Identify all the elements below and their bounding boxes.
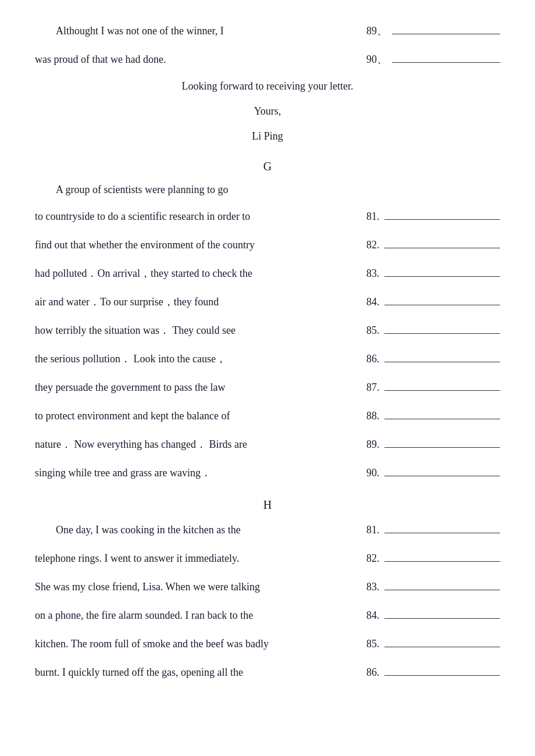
h-line-82-text: telephone rings. I went to answer it imm… bbox=[35, 551, 337, 566]
g-answer-line-82 bbox=[384, 248, 501, 248]
h-num-81: 81. bbox=[366, 522, 380, 538]
g-num-83: 83. bbox=[366, 266, 380, 281]
line-89: Althought I was not one of the winner, I… bbox=[35, 23, 500, 39]
h-line-86-text: burnt. I quickly turned off the gas, ope… bbox=[35, 665, 337, 680]
h-answer-line-84 bbox=[384, 618, 501, 619]
g-line-84: air and water．To our surprise，they found… bbox=[35, 294, 500, 310]
g-answer-84: 84. bbox=[366, 294, 500, 310]
h-num-85: 85. bbox=[366, 636, 380, 652]
g-answer-83: 83. bbox=[366, 266, 500, 281]
g-line-82: find out that whether the environment of… bbox=[35, 237, 500, 253]
h-line-83: She was my close friend, Lisa. When we w… bbox=[35, 579, 500, 595]
answer-line-89 bbox=[392, 34, 500, 34]
g-line-88: to protect environment and kept the bala… bbox=[35, 408, 500, 424]
h-answer-line-82 bbox=[384, 561, 501, 562]
g-answer-line-86 bbox=[384, 362, 501, 362]
g-line-81-text: to countryside to do a scientific resear… bbox=[35, 209, 337, 224]
page: Althought I was not one of the winner, I… bbox=[35, 23, 500, 680]
g-num-89: 89. bbox=[366, 437, 380, 452]
g-num-84: 84. bbox=[366, 294, 380, 310]
num-90: 90、 bbox=[366, 52, 387, 67]
h-answer-line-83 bbox=[384, 590, 501, 590]
h-answer-82: 82. bbox=[366, 551, 500, 566]
h-line-86: burnt. I quickly turned off the gas, ope… bbox=[35, 665, 500, 680]
name-line: Li Ping bbox=[35, 130, 500, 142]
g-line-85-text: how terribly the situation was． They cou… bbox=[35, 323, 337, 338]
section-g-intro: A group of scientists were planning to g… bbox=[35, 184, 500, 196]
line-90: was proud of that we had done. 90、 bbox=[35, 52, 500, 67]
h-num-82: 82. bbox=[366, 551, 380, 566]
h-line-84-text: on a phone, the fire alarm sounded. I ra… bbox=[35, 608, 337, 623]
g-answer-line-81 bbox=[384, 219, 501, 220]
h-line-83-text: She was my close friend, Lisa. When we w… bbox=[35, 579, 337, 595]
g-line-90-text: singing while tree and grass are waving． bbox=[35, 465, 337, 481]
g-line-82-text: find out that whether the environment of… bbox=[35, 237, 337, 253]
g-line-81: to countryside to do a scientific resear… bbox=[35, 209, 500, 224]
g-line-84-text: air and water．To our surprise，they found bbox=[35, 294, 337, 310]
h-num-83: 83. bbox=[366, 579, 380, 595]
g-answer-line-87 bbox=[384, 390, 501, 391]
g-line-89-text: nature． Now everything has changed． Bird… bbox=[35, 437, 337, 452]
h-line-82: telephone rings. I went to answer it imm… bbox=[35, 551, 500, 566]
g-answer-88: 88. bbox=[366, 408, 500, 424]
name-text: Li Ping bbox=[252, 130, 283, 142]
looking-forward-text: Looking forward to receiving your letter… bbox=[182, 80, 354, 92]
yours-line: Yours, bbox=[35, 105, 500, 117]
g-answer-89: 89. bbox=[366, 437, 500, 452]
g-answer-90: 90. bbox=[366, 465, 500, 481]
h-line-84: on a phone, the fire alarm sounded. I ra… bbox=[35, 608, 500, 623]
g-answer-81: 81. bbox=[366, 209, 500, 224]
g-num-87: 87. bbox=[366, 380, 380, 395]
h-answer-83: 83. bbox=[366, 579, 500, 595]
h-line-85-text: kitchen. The room full of smoke and the … bbox=[35, 636, 337, 652]
g-line-89: nature． Now everything has changed． Bird… bbox=[35, 437, 500, 452]
answer-line-90 bbox=[392, 62, 500, 63]
g-answer-86: 86. bbox=[366, 351, 500, 367]
looking-forward: Looking forward to receiving your letter… bbox=[35, 80, 500, 92]
g-answer-87: 87. bbox=[366, 380, 500, 395]
g-answer-line-85 bbox=[384, 333, 501, 334]
g-num-90: 90. bbox=[366, 465, 380, 481]
g-line-90: singing while tree and grass are waving．… bbox=[35, 465, 500, 481]
h-line-81: One day, I was cooking in the kitchen as… bbox=[35, 522, 500, 538]
yours-text: Yours, bbox=[254, 105, 281, 117]
answer-90: 90、 bbox=[366, 52, 500, 67]
h-answer-line-85 bbox=[384, 647, 501, 647]
g-answer-82: 82. bbox=[366, 237, 500, 253]
g-line-83-text: had polluted．On arrival，they started to … bbox=[35, 266, 337, 281]
h-answer-86: 86. bbox=[366, 665, 500, 680]
g-answer-line-89 bbox=[384, 447, 501, 448]
g-line-87: they persuade the government to pass the… bbox=[35, 380, 500, 395]
g-num-85: 85. bbox=[366, 323, 380, 338]
h-answer-line-81 bbox=[384, 533, 501, 533]
g-num-86: 86. bbox=[366, 351, 380, 367]
num-89: 89、 bbox=[366, 23, 387, 39]
section-h-label: H bbox=[35, 498, 500, 512]
g-num-81: 81. bbox=[366, 209, 380, 224]
g-answer-line-83 bbox=[384, 276, 501, 277]
g-answer-line-88 bbox=[384, 419, 501, 419]
h-answer-85: 85. bbox=[366, 636, 500, 652]
g-line-85: how terribly the situation was． They cou… bbox=[35, 323, 500, 338]
h-answer-81: 81. bbox=[366, 522, 500, 538]
g-line-83: had polluted．On arrival，they started to … bbox=[35, 266, 500, 281]
section-g-label: G bbox=[35, 160, 500, 173]
g-line-86-text: the serious pollution． Look into the cau… bbox=[35, 351, 337, 367]
g-num-88: 88. bbox=[366, 408, 380, 424]
section-g-intro-text: A group of scientists were planning to g… bbox=[35, 184, 500, 196]
line-90-text: was proud of that we had done. bbox=[35, 52, 337, 67]
line-89-text: Althought I was not one of the winner, I bbox=[35, 23, 337, 39]
g-answer-85: 85. bbox=[366, 323, 500, 338]
g-answer-line-90 bbox=[384, 476, 501, 476]
g-line-88-text: to protect environment and kept the bala… bbox=[35, 408, 337, 424]
h-num-84: 84. bbox=[366, 608, 380, 623]
g-num-82: 82. bbox=[366, 237, 380, 253]
h-answer-84: 84. bbox=[366, 608, 500, 623]
g-line-86: the serious pollution． Look into the cau… bbox=[35, 351, 500, 367]
h-answer-line-86 bbox=[384, 675, 501, 676]
h-line-85: kitchen. The room full of smoke and the … bbox=[35, 636, 500, 652]
g-line-87-text: they persuade the government to pass the… bbox=[35, 380, 337, 395]
answer-89: 89、 bbox=[366, 23, 500, 39]
h-line-81-text: One day, I was cooking in the kitchen as… bbox=[35, 522, 337, 538]
g-answer-line-84 bbox=[384, 305, 501, 305]
